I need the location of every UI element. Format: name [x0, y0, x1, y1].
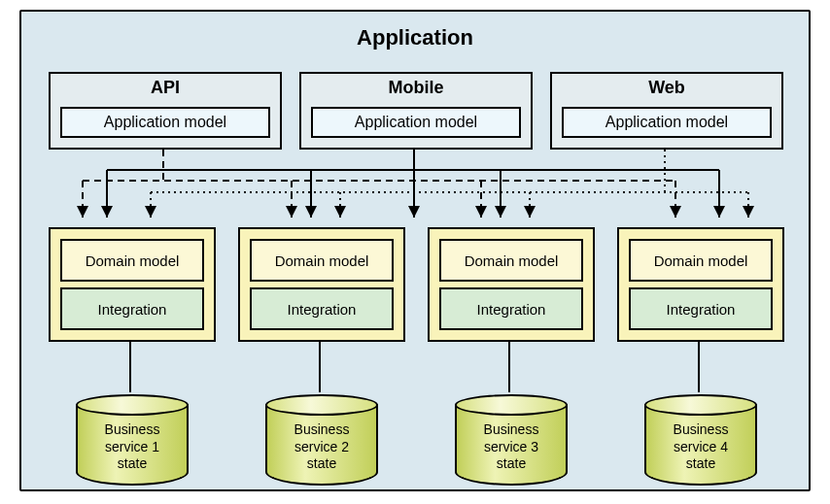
db-3: Business service 3 state: [455, 394, 568, 486]
client-web-model: Application model: [562, 107, 772, 138]
application-container: Application API Application model Mobile…: [19, 10, 811, 491]
service-2: Domain model Integration: [238, 227, 405, 342]
service-4-domain: Domain model: [629, 239, 773, 282]
db-1: Business service 1 state: [76, 394, 189, 486]
service-1-integration: Integration: [60, 287, 204, 330]
db-1-label: Business service 1 state: [76, 421, 189, 473]
service-4: Domain model Integration: [617, 227, 784, 342]
service-2-integration: Integration: [250, 287, 394, 330]
client-web-title: Web: [552, 78, 781, 98]
db-2: Business service 2 state: [265, 394, 378, 486]
application-title: Application: [21, 25, 809, 50]
db-4: Business service 4 state: [644, 394, 757, 486]
db-2-label: Business service 2 state: [265, 421, 378, 473]
service-4-integration: Integration: [629, 287, 773, 330]
service-1-domain: Domain model: [60, 239, 204, 282]
service-3-integration: Integration: [439, 287, 583, 330]
db-3-label: Business service 3 state: [455, 421, 568, 473]
client-api-title: API: [51, 78, 280, 98]
db-4-label: Business service 4 state: [644, 421, 757, 473]
client-web: Web Application model: [550, 72, 783, 150]
service-3-domain: Domain model: [439, 239, 583, 282]
client-mobile-model: Application model: [311, 107, 521, 138]
diagram-canvas: Application API Application model Mobile…: [0, 0, 830, 504]
client-api-model: Application model: [60, 107, 270, 138]
client-mobile: Mobile Application model: [299, 72, 533, 150]
client-api: API Application model: [49, 72, 282, 150]
client-mobile-title: Mobile: [301, 78, 531, 98]
service-3: Domain model Integration: [428, 227, 595, 342]
service-1: Domain model Integration: [49, 227, 216, 342]
service-2-domain: Domain model: [250, 239, 394, 282]
